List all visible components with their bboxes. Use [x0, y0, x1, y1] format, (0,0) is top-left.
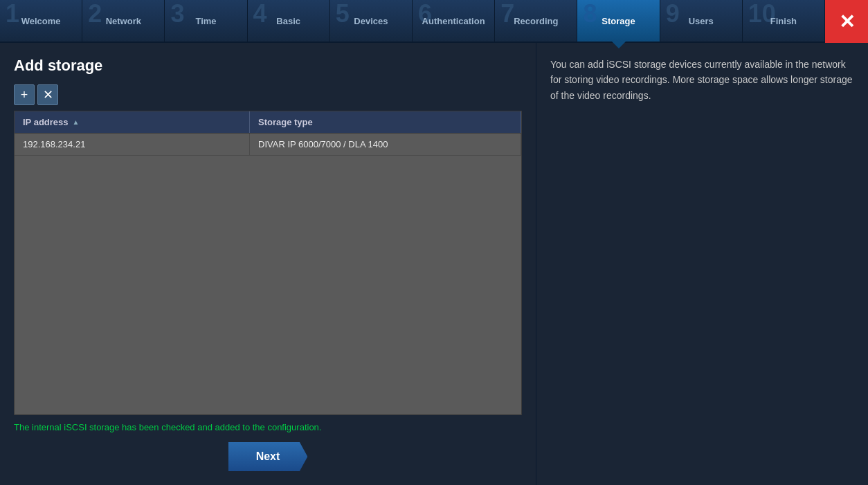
- nav-item-recording[interactable]: 7 Recording: [495, 0, 577, 42]
- left-panel: Add storage + ✕ IP address ▲ Storage typ…: [0, 43, 536, 485]
- table-body: 192.168.234.21 DIVAR IP 6000/7000 / DLA …: [15, 134, 521, 414]
- right-panel: You can add iSCSI storage devices curren…: [536, 43, 868, 485]
- table-header: IP address ▲ Storage type: [15, 111, 521, 134]
- nav-item-storage[interactable]: 8 Storage: [577, 0, 660, 42]
- add-storage-button[interactable]: +: [14, 84, 35, 105]
- nav-item-finish[interactable]: 10 Finish: [743, 0, 825, 42]
- column-header-ip[interactable]: IP address ▲: [15, 111, 250, 133]
- storage-table: IP address ▲ Storage type 192.168.234.21…: [14, 111, 522, 415]
- button-area: Next: [14, 442, 522, 471]
- nav-item-network[interactable]: 2 Network: [82, 0, 165, 42]
- nav-item-basic[interactable]: 4 Basic: [248, 0, 330, 42]
- help-text: You can add iSCSI storage devices curren…: [550, 57, 854, 103]
- main-content: Add storage + ✕ IP address ▲ Storage typ…: [0, 43, 868, 485]
- sort-arrow-icon: ▲: [73, 118, 80, 126]
- close-button[interactable]: ✕: [825, 0, 868, 43]
- top-navigation: 1 Welcome 2 Network 3 Time 4 Basic 5 Dev…: [0, 0, 868, 43]
- column-header-type[interactable]: Storage type: [250, 111, 521, 133]
- toolbar: + ✕: [14, 84, 522, 105]
- nav-item-welcome[interactable]: 1 Welcome: [0, 0, 82, 42]
- cell-storage-type: DIVAR IP 6000/7000 / DLA 1400: [250, 134, 521, 155]
- nav-item-time[interactable]: 3 Time: [165, 0, 247, 42]
- nav-item-authentication[interactable]: 6 Authentication: [413, 0, 495, 42]
- page-title: Add storage: [14, 57, 522, 75]
- remove-storage-button[interactable]: ✕: [37, 84, 58, 105]
- nav-item-devices[interactable]: 5 Devices: [330, 0, 413, 42]
- table-row[interactable]: 192.168.234.21 DIVAR IP 6000/7000 / DLA …: [15, 134, 521, 156]
- status-message: The internal iSCSI storage has been chec…: [14, 422, 522, 432]
- next-button[interactable]: Next: [228, 442, 308, 471]
- cell-ip: 192.168.234.21: [15, 134, 250, 155]
- nav-item-users[interactable]: 9 Users: [660, 0, 743, 42]
